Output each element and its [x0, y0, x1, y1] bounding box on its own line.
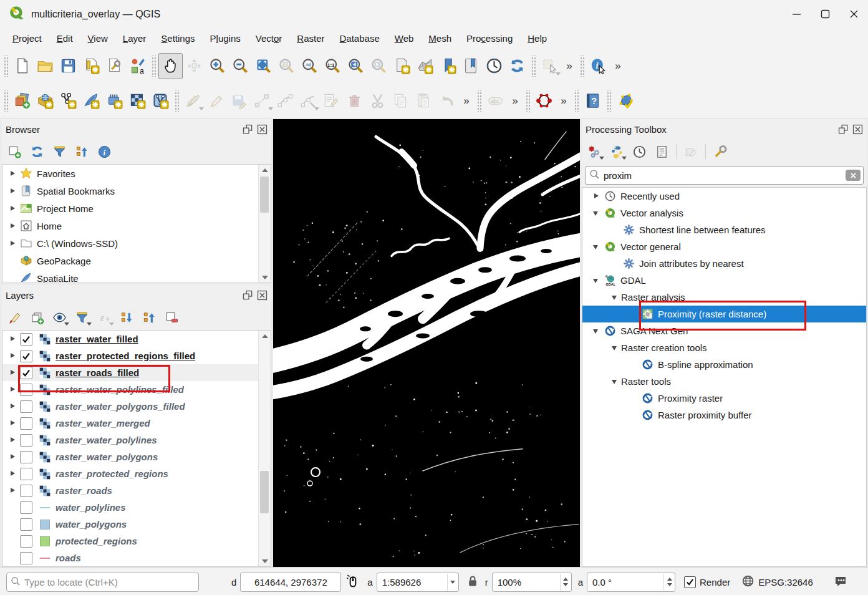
close-button[interactable]: [839, 0, 868, 28]
layer-visibility-checkbox[interactable]: [20, 384, 32, 396]
layers-close-icon[interactable]: [256, 289, 268, 301]
toolbox-item-recently-used[interactable]: Recently used: [582, 188, 866, 205]
layer-item-water_polylines[interactable]: water_polylines: [2, 499, 271, 516]
project-new-button[interactable]: [11, 54, 34, 79]
layer-visibility-checkbox[interactable]: [20, 501, 32, 514]
layers-float-icon[interactable]: [242, 289, 253, 301]
project-open-button[interactable]: [34, 54, 57, 79]
add-virtual-layer-button[interactable]: [149, 89, 172, 114]
toolbox-item-raster-creation-tools[interactable]: Raster creation tools: [582, 339, 866, 356]
zoom-last-button[interactable]: [344, 54, 367, 79]
add-raster-layer-button[interactable]: [126, 89, 149, 114]
expander-icon[interactable]: [7, 221, 19, 231]
layer-item-raster_water_polygons_filled[interactable]: raster_water_polygons_filled: [2, 398, 271, 415]
dropdown-caret-icon[interactable]: [599, 157, 604, 160]
expander-icon[interactable]: [591, 276, 602, 286]
toolbar-handle[interactable]: [574, 90, 579, 112]
layer-visibility-checkbox[interactable]: [20, 350, 32, 362]
menu-edit[interactable]: Edit: [49, 30, 80, 47]
toolbar-handle[interactable]: [151, 56, 157, 77]
history-button[interactable]: [629, 142, 649, 162]
layer-item-raster_water_merged[interactable]: raster_water_merged: [2, 415, 271, 432]
layer-item-raster_water_polylines_filled[interactable]: raster_water_polylines_filled: [2, 381, 271, 398]
layer-visibility-checkbox[interactable]: [20, 535, 32, 548]
toolbar-overflow[interactable]: »: [561, 60, 577, 72]
expander-icon[interactable]: [7, 351, 19, 361]
expander-icon[interactable]: [591, 208, 602, 218]
project-save-button[interactable]: [57, 54, 80, 79]
locator-search[interactable]: Type to locate (Ctrl+K): [6, 573, 199, 592]
expander-icon[interactable]: [7, 469, 19, 479]
layer-visibility-checkbox[interactable]: [20, 333, 32, 346]
layer-visibility-checkbox[interactable]: [20, 434, 32, 447]
toolbar-handle[interactable]: [579, 56, 585, 77]
new-spatial-bookmark-button[interactable]: [436, 54, 460, 79]
scale-dropdown-icon[interactable]: [447, 574, 458, 591]
add-web-layer-button[interactable]: [34, 89, 57, 114]
crs-globe-icon[interactable]: [741, 574, 755, 589]
menu-web[interactable]: Web: [387, 30, 422, 47]
crs-label[interactable]: EPSG:32646: [758, 577, 813, 588]
new-map-view-button[interactable]: [390, 54, 413, 79]
toolbox-item-vector-general[interactable]: Vector general: [582, 238, 866, 255]
layer-visibility-checkbox[interactable]: [20, 367, 32, 379]
layer-item-raster_protected_regions_filled[interactable]: raster_protected_regions_filled: [2, 347, 271, 364]
layer-item-water_polygons[interactable]: water_polygons: [2, 516, 271, 533]
manage-map-themes-button[interactable]: [49, 307, 69, 327]
layer-visibility-checkbox[interactable]: [20, 468, 32, 480]
browser-item-favorites[interactable]: Favorites: [2, 165, 271, 182]
menu-plugins[interactable]: Plugins: [203, 30, 248, 47]
expander-icon[interactable]: [7, 435, 19, 445]
layer-item-raster_water_polylines[interactable]: raster_water_polylines: [2, 432, 271, 448]
add-vector-layer-button[interactable]: [57, 89, 80, 114]
magnifier-spinbox[interactable]: 100%: [492, 573, 572, 592]
dropdown-caret-icon[interactable]: [622, 157, 627, 160]
layer-visibility-checkbox[interactable]: [20, 485, 32, 497]
scale-combo[interactable]: 1:589626: [377, 573, 459, 592]
toolbox-item-raster-tools[interactable]: Raster tools: [582, 373, 866, 390]
toolbox-item-b-spline-approximation[interactable]: B-spline approximation: [582, 356, 866, 373]
expander-icon[interactable]: [7, 418, 19, 428]
toolbar-handle[interactable]: [3, 56, 9, 77]
toolbox-item-gdal[interactable]: GDALGDAL: [582, 272, 866, 289]
zoom-full-button[interactable]: [252, 54, 275, 79]
layer-item-raster_water_filled[interactable]: raster_water_filled: [2, 331, 271, 347]
browser-close-icon[interactable]: [256, 123, 268, 135]
layer-item-raster_protected_regions[interactable]: raster_protected_regions: [2, 465, 271, 482]
menu-vector[interactable]: Vector: [248, 30, 290, 47]
dropdown-caret-icon[interactable]: [87, 322, 92, 326]
add-selected-layers-button[interactable]: [4, 142, 24, 162]
dropdown-caret-icon[interactable]: [199, 107, 204, 110]
map-canvas[interactable]: [273, 119, 580, 567]
layer-item-roads[interactable]: roads: [2, 549, 271, 566]
toolbox-options-button[interactable]: [710, 142, 730, 162]
expander-icon[interactable]: [7, 385, 19, 395]
expander-icon[interactable]: [610, 343, 621, 353]
expander-icon[interactable]: [7, 452, 19, 462]
style-manager-button[interactable]: a: [126, 54, 149, 79]
toolbar-overflow[interactable]: »: [458, 95, 475, 107]
zoom-out-button[interactable]: [229, 54, 252, 79]
toolbox-close-icon[interactable]: [852, 123, 863, 135]
browser-item-spatial-bookmarks[interactable]: Spatial Bookmarks: [2, 182, 271, 200]
toolbox-item-vector-analysis[interactable]: Vector analysis: [582, 205, 866, 221]
maximize-button[interactable]: [811, 0, 839, 28]
expand-all-button[interactable]: [117, 307, 137, 327]
menu-layer[interactable]: Layer: [115, 30, 154, 47]
lock-scale-icon[interactable]: [466, 575, 479, 589]
zoom-to-layer-button[interactable]: [298, 54, 321, 79]
collapse-all-browser-button[interactable]: [72, 142, 92, 162]
add-group-button[interactable]: [27, 307, 47, 327]
expander-icon[interactable]: [7, 402, 19, 412]
filter-browser-button[interactable]: [49, 142, 69, 162]
dropdown-caret-icon[interactable]: [314, 107, 319, 110]
zoom-in-button[interactable]: [206, 54, 229, 79]
expander-icon[interactable]: [7, 203, 19, 213]
show-layout-manager-button[interactable]: [103, 54, 126, 79]
browser-item-project-home[interactable]: Project Home: [2, 200, 271, 217]
toolbox-item-saga-next-gen[interactable]: SAGA Next Gen: [582, 322, 866, 339]
properties-widget-button[interactable]: i: [94, 142, 114, 162]
toolbar-handle[interactable]: [174, 90, 180, 112]
coordinate-box[interactable]: 614644, 2976372: [240, 573, 341, 592]
toolbar-overflow[interactable]: »: [507, 95, 523, 107]
